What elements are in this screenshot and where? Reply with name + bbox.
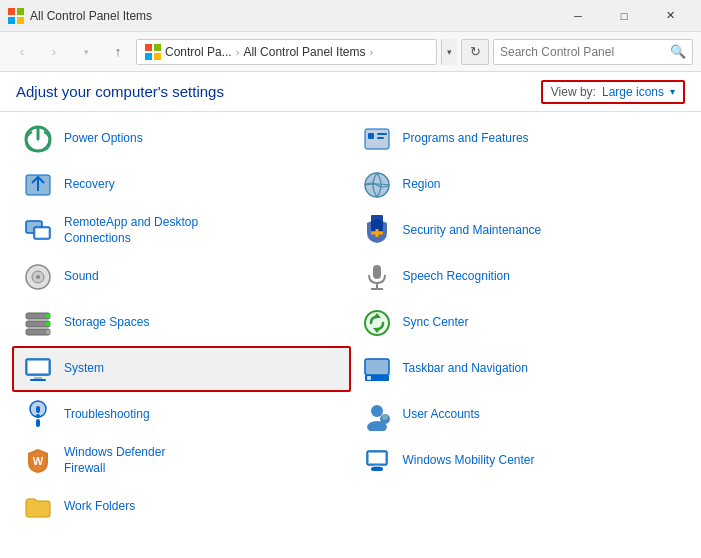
close-button[interactable]: ✕: [647, 0, 693, 32]
sound-icon: [22, 261, 54, 293]
work-folders-icon: [22, 491, 54, 523]
remoteapp-label: RemoteApp and DesktopConnections: [64, 215, 198, 246]
item-taskbar-navigation[interactable]: Taskbar and Navigation: [351, 346, 690, 392]
recovery-icon: [22, 169, 54, 201]
svg-rect-4: [145, 44, 152, 51]
app-icon: [8, 8, 24, 24]
svg-point-28: [46, 314, 50, 318]
address-bar: ‹ › ▾ ↑ Control Pa... › All Control Pane…: [0, 32, 701, 72]
item-sync-center[interactable]: Sync Center: [351, 300, 690, 346]
item-power-options[interactable]: Power Options: [12, 116, 351, 162]
storage-spaces-icon: [22, 307, 54, 339]
power-options-icon: [22, 123, 54, 155]
power-options-label: Power Options: [64, 131, 143, 147]
main-content: Power OptionsPrograms and FeaturesRecove…: [0, 112, 701, 558]
item-work-folders[interactable]: Work Folders: [12, 484, 351, 530]
svg-text:W: W: [33, 455, 44, 467]
items-grid: Power OptionsPrograms and FeaturesRecove…: [12, 116, 689, 530]
item-system[interactable]: System: [12, 346, 351, 392]
content-header: Adjust your computer's settings View by:…: [0, 72, 701, 112]
recovery-label: Recovery: [64, 177, 115, 193]
search-input[interactable]: [500, 45, 670, 59]
view-by-control[interactable]: View by: Large icons ▾: [541, 80, 685, 104]
user-accounts-label: User Accounts: [403, 407, 480, 423]
minimize-button[interactable]: ─: [555, 0, 601, 32]
maximize-button[interactable]: □: [601, 0, 647, 32]
item-recovery[interactable]: Recovery: [12, 162, 351, 208]
item-sound[interactable]: Sound: [12, 254, 351, 300]
svg-rect-46: [36, 419, 40, 427]
item-user-accounts[interactable]: User Accounts: [351, 392, 690, 438]
search-box[interactable]: 🔍: [493, 39, 693, 65]
refresh-button[interactable]: ↻: [461, 39, 489, 65]
path-dropdown-button[interactable]: ▾: [441, 39, 457, 65]
item-programs-features[interactable]: Programs and Features: [351, 116, 690, 162]
item-security-maintenance[interactable]: Security and Maintenance: [351, 208, 690, 254]
svg-rect-10: [368, 133, 374, 139]
items-scroll-area[interactable]: Power OptionsPrograms and FeaturesRecove…: [0, 112, 701, 558]
item-speech-recognition[interactable]: Speech Recognition: [351, 254, 690, 300]
path-control-panel: Control Pa... › All Control Panel Items …: [165, 45, 373, 59]
storage-spaces-label: Storage Spaces: [64, 315, 149, 331]
troubleshooting-label: Troubleshooting: [64, 407, 150, 423]
back-button[interactable]: ‹: [8, 38, 36, 66]
window-controls: ─ □ ✕: [555, 0, 693, 32]
item-region[interactable]: Region: [351, 162, 690, 208]
item-troubleshooting[interactable]: Troubleshooting: [12, 392, 351, 438]
sync-center-label: Sync Center: [403, 315, 469, 331]
speech-recognition-label: Speech Recognition: [403, 269, 510, 285]
view-by-label: View by:: [551, 85, 596, 99]
item-windows-defender[interactable]: WWindows DefenderFirewall: [12, 438, 351, 484]
svg-rect-7: [154, 53, 161, 60]
forward-button[interactable]: ›: [40, 38, 68, 66]
page-title: Adjust your computer's settings: [16, 83, 541, 100]
svg-rect-42: [367, 376, 371, 380]
security-maintenance-label: Security and Maintenance: [403, 223, 542, 239]
sync-center-icon: [361, 307, 393, 339]
recent-locations-button[interactable]: ▾: [72, 38, 100, 66]
programs-features-label: Programs and Features: [403, 131, 529, 147]
speech-recognition-icon: [361, 261, 393, 293]
items-wrapper: Power OptionsPrograms and FeaturesRecove…: [0, 116, 701, 530]
svg-rect-55: [374, 465, 380, 467]
window-title: All Control Panel Items: [30, 9, 555, 23]
svg-rect-1: [17, 8, 24, 15]
svg-rect-40: [365, 359, 389, 375]
view-by-value: Large icons: [602, 85, 664, 99]
windows-defender-label: Windows DefenderFirewall: [64, 445, 165, 476]
taskbar-navigation-label: Taskbar and Navigation: [403, 361, 528, 377]
svg-point-50: [382, 414, 388, 420]
item-windows-mobility[interactable]: Windows Mobility Center: [351, 438, 690, 484]
troubleshooting-icon: [22, 399, 54, 431]
remoteapp-icon: [22, 215, 54, 247]
svg-rect-44: [36, 406, 40, 413]
svg-point-32: [46, 330, 50, 334]
programs-features-icon: [361, 123, 393, 155]
view-by-arrow-icon: ▾: [670, 86, 675, 97]
item-storage-spaces[interactable]: Storage Spaces: [12, 300, 351, 346]
svg-rect-12: [377, 137, 384, 139]
taskbar-navigation-icon: [361, 353, 393, 385]
svg-point-47: [371, 405, 383, 417]
search-icon: 🔍: [670, 44, 686, 59]
svg-rect-17: [36, 229, 48, 237]
region-icon: [361, 169, 393, 201]
system-icon: [22, 353, 54, 385]
svg-rect-24: [373, 265, 381, 279]
svg-rect-53: [369, 453, 385, 463]
address-path[interactable]: Control Pa... › All Control Panel Items …: [136, 39, 437, 65]
sound-label: Sound: [64, 269, 99, 285]
item-remoteapp[interactable]: RemoteApp and DesktopConnections: [12, 208, 351, 254]
svg-rect-39: [30, 379, 46, 381]
windows-mobility-label: Windows Mobility Center: [403, 453, 535, 469]
up-button[interactable]: ↑: [104, 38, 132, 66]
svg-point-23: [36, 275, 40, 279]
windows-mobility-icon: [361, 445, 393, 477]
svg-rect-3: [17, 17, 24, 24]
user-accounts-icon: [361, 399, 393, 431]
svg-rect-54: [371, 467, 383, 471]
windows-defender-icon: W: [22, 445, 54, 477]
svg-rect-2: [8, 17, 15, 24]
svg-rect-11: [377, 133, 387, 135]
svg-rect-9: [365, 129, 389, 149]
